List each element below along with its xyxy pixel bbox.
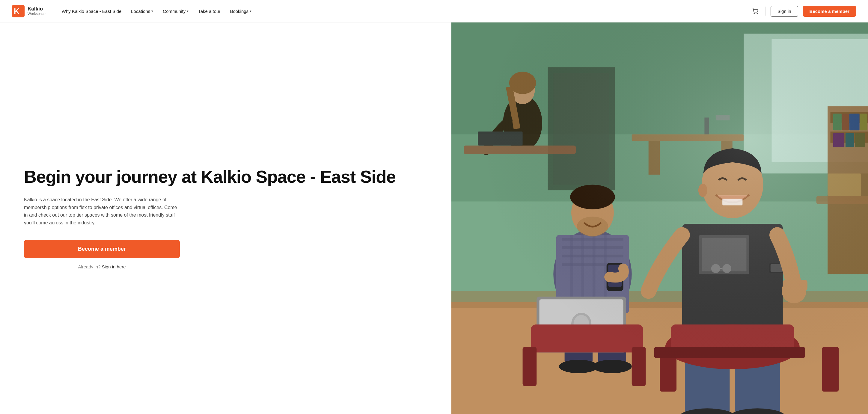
nav-community[interactable]: Community ▾ — [159, 6, 193, 16]
locations-chevron-icon: ▾ — [151, 9, 153, 13]
already-in-text: Already in? Sign in here — [24, 264, 180, 269]
hero-description: Kalkio is a space located in the East Si… — [24, 196, 180, 226]
nav-divider — [766, 7, 766, 15]
hero-right-image — [452, 23, 868, 414]
cart-icon — [752, 8, 758, 14]
community-chevron-icon: ▾ — [187, 9, 188, 13]
navbar: K Kalkio Workspace Why Kalkio Space - Ea… — [0, 0, 868, 23]
sign-in-link[interactable]: Sign in here — [102, 264, 126, 269]
hero-photo — [452, 23, 868, 414]
kalkio-logo-icon: K — [12, 5, 25, 18]
become-member-nav-button[interactable]: Become a member — [803, 6, 856, 17]
logo-link[interactable]: K Kalkio Workspace — [12, 5, 45, 18]
brand-sub: Workspace — [28, 12, 45, 16]
brand-name: Kalkio — [28, 6, 45, 12]
svg-point-3 — [757, 13, 757, 14]
nav-right-actions: Sign in Become a member — [749, 5, 856, 17]
nav-locations[interactable]: Locations ▾ — [127, 6, 157, 16]
nav-links: Why Kalkio Space - East Side Locations ▾… — [58, 6, 749, 16]
svg-rect-86 — [452, 23, 868, 414]
scene-illustration — [452, 23, 868, 414]
signin-button[interactable]: Sign in — [771, 6, 798, 17]
bookings-chevron-icon: ▾ — [250, 9, 251, 13]
cart-button[interactable] — [749, 5, 761, 17]
nav-tour[interactable]: Take a tour — [194, 6, 224, 16]
hero-left-content: Begin your journey at Kalkio Space - Eas… — [0, 23, 452, 414]
become-member-hero-button[interactable]: Become a member — [24, 240, 180, 258]
svg-point-2 — [754, 13, 754, 14]
hero-section: Begin your journey at Kalkio Space - Eas… — [0, 23, 868, 414]
hero-heading: Begin your journey at Kalkio Space - Eas… — [24, 167, 427, 186]
svg-text:K: K — [14, 7, 20, 15]
logo-text: Kalkio Workspace — [28, 6, 45, 16]
nav-why[interactable]: Why Kalkio Space - East Side — [58, 6, 126, 16]
nav-bookings[interactable]: Bookings ▾ — [226, 6, 256, 16]
